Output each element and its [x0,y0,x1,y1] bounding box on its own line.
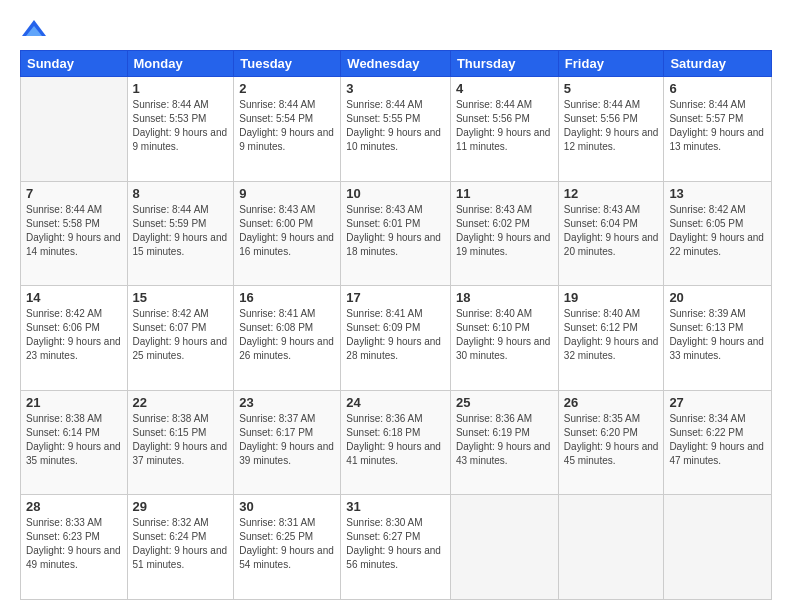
weekday-header-friday: Friday [558,51,664,77]
day-info: Sunrise: 8:34 AMSunset: 6:22 PMDaylight:… [669,413,764,466]
day-cell: 15Sunrise: 8:42 AMSunset: 6:07 PMDayligh… [127,286,234,391]
day-info: Sunrise: 8:44 AMSunset: 5:56 PMDaylight:… [456,99,551,152]
day-info: Sunrise: 8:33 AMSunset: 6:23 PMDaylight:… [26,517,121,570]
week-row-1: 7Sunrise: 8:44 AMSunset: 5:58 PMDaylight… [21,181,772,286]
day-cell: 31Sunrise: 8:30 AMSunset: 6:27 PMDayligh… [341,495,451,600]
day-cell: 10Sunrise: 8:43 AMSunset: 6:01 PMDayligh… [341,181,451,286]
day-cell: 30Sunrise: 8:31 AMSunset: 6:25 PMDayligh… [234,495,341,600]
day-number: 5 [564,81,659,96]
day-info: Sunrise: 8:43 AMSunset: 6:04 PMDaylight:… [564,204,659,257]
day-info: Sunrise: 8:44 AMSunset: 5:54 PMDaylight:… [239,99,334,152]
logo [20,16,52,44]
day-cell: 29Sunrise: 8:32 AMSunset: 6:24 PMDayligh… [127,495,234,600]
day-cell: 5Sunrise: 8:44 AMSunset: 5:56 PMDaylight… [558,77,664,182]
calendar-page: SundayMondayTuesdayWednesdayThursdayFrid… [0,0,792,612]
day-number: 8 [133,186,229,201]
day-cell: 20Sunrise: 8:39 AMSunset: 6:13 PMDayligh… [664,286,772,391]
day-cell: 23Sunrise: 8:37 AMSunset: 6:17 PMDayligh… [234,390,341,495]
day-cell: 7Sunrise: 8:44 AMSunset: 5:58 PMDaylight… [21,181,128,286]
day-number: 30 [239,499,335,514]
day-number: 3 [346,81,445,96]
week-row-2: 14Sunrise: 8:42 AMSunset: 6:06 PMDayligh… [21,286,772,391]
day-info: Sunrise: 8:31 AMSunset: 6:25 PMDaylight:… [239,517,334,570]
day-cell: 19Sunrise: 8:40 AMSunset: 6:12 PMDayligh… [558,286,664,391]
day-number: 9 [239,186,335,201]
day-number: 26 [564,395,659,410]
day-info: Sunrise: 8:43 AMSunset: 6:00 PMDaylight:… [239,204,334,257]
day-info: Sunrise: 8:44 AMSunset: 5:53 PMDaylight:… [133,99,228,152]
day-number: 16 [239,290,335,305]
calendar-table: SundayMondayTuesdayWednesdayThursdayFrid… [20,50,772,600]
day-number: 10 [346,186,445,201]
day-number: 24 [346,395,445,410]
day-number: 17 [346,290,445,305]
day-number: 27 [669,395,766,410]
day-number: 18 [456,290,553,305]
day-cell [21,77,128,182]
day-number: 14 [26,290,122,305]
day-info: Sunrise: 8:30 AMSunset: 6:27 PMDaylight:… [346,517,441,570]
day-number: 6 [669,81,766,96]
day-info: Sunrise: 8:44 AMSunset: 5:58 PMDaylight:… [26,204,121,257]
day-cell: 13Sunrise: 8:42 AMSunset: 6:05 PMDayligh… [664,181,772,286]
day-cell: 9Sunrise: 8:43 AMSunset: 6:00 PMDaylight… [234,181,341,286]
day-cell [664,495,772,600]
day-info: Sunrise: 8:35 AMSunset: 6:20 PMDaylight:… [564,413,659,466]
day-number: 22 [133,395,229,410]
weekday-header-monday: Monday [127,51,234,77]
day-info: Sunrise: 8:38 AMSunset: 6:15 PMDaylight:… [133,413,228,466]
day-cell: 12Sunrise: 8:43 AMSunset: 6:04 PMDayligh… [558,181,664,286]
day-number: 4 [456,81,553,96]
day-cell: 2Sunrise: 8:44 AMSunset: 5:54 PMDaylight… [234,77,341,182]
day-info: Sunrise: 8:42 AMSunset: 6:06 PMDaylight:… [26,308,121,361]
day-info: Sunrise: 8:32 AMSunset: 6:24 PMDaylight:… [133,517,228,570]
weekday-header-wednesday: Wednesday [341,51,451,77]
day-cell: 4Sunrise: 8:44 AMSunset: 5:56 PMDaylight… [450,77,558,182]
day-cell: 8Sunrise: 8:44 AMSunset: 5:59 PMDaylight… [127,181,234,286]
day-info: Sunrise: 8:44 AMSunset: 5:57 PMDaylight:… [669,99,764,152]
day-number: 28 [26,499,122,514]
day-info: Sunrise: 8:39 AMSunset: 6:13 PMDaylight:… [669,308,764,361]
day-cell: 28Sunrise: 8:33 AMSunset: 6:23 PMDayligh… [21,495,128,600]
day-cell: 17Sunrise: 8:41 AMSunset: 6:09 PMDayligh… [341,286,451,391]
day-number: 21 [26,395,122,410]
day-cell: 24Sunrise: 8:36 AMSunset: 6:18 PMDayligh… [341,390,451,495]
day-cell: 21Sunrise: 8:38 AMSunset: 6:14 PMDayligh… [21,390,128,495]
day-info: Sunrise: 8:40 AMSunset: 6:12 PMDaylight:… [564,308,659,361]
day-number: 19 [564,290,659,305]
day-info: Sunrise: 8:36 AMSunset: 6:19 PMDaylight:… [456,413,551,466]
day-info: Sunrise: 8:36 AMSunset: 6:18 PMDaylight:… [346,413,441,466]
day-number: 13 [669,186,766,201]
week-row-3: 21Sunrise: 8:38 AMSunset: 6:14 PMDayligh… [21,390,772,495]
day-cell: 16Sunrise: 8:41 AMSunset: 6:08 PMDayligh… [234,286,341,391]
day-info: Sunrise: 8:40 AMSunset: 6:10 PMDaylight:… [456,308,551,361]
day-cell: 11Sunrise: 8:43 AMSunset: 6:02 PMDayligh… [450,181,558,286]
weekday-header-tuesday: Tuesday [234,51,341,77]
day-number: 29 [133,499,229,514]
day-info: Sunrise: 8:37 AMSunset: 6:17 PMDaylight:… [239,413,334,466]
day-number: 20 [669,290,766,305]
day-cell: 22Sunrise: 8:38 AMSunset: 6:15 PMDayligh… [127,390,234,495]
day-info: Sunrise: 8:43 AMSunset: 6:01 PMDaylight:… [346,204,441,257]
day-info: Sunrise: 8:43 AMSunset: 6:02 PMDaylight:… [456,204,551,257]
weekday-header-row: SundayMondayTuesdayWednesdayThursdayFrid… [21,51,772,77]
day-number: 1 [133,81,229,96]
day-cell: 3Sunrise: 8:44 AMSunset: 5:55 PMDaylight… [341,77,451,182]
day-number: 15 [133,290,229,305]
day-cell [558,495,664,600]
header [20,16,772,44]
day-info: Sunrise: 8:44 AMSunset: 5:56 PMDaylight:… [564,99,659,152]
weekday-header-thursday: Thursday [450,51,558,77]
day-cell [450,495,558,600]
day-cell: 18Sunrise: 8:40 AMSunset: 6:10 PMDayligh… [450,286,558,391]
day-info: Sunrise: 8:44 AMSunset: 5:59 PMDaylight:… [133,204,228,257]
logo-icon [20,16,48,44]
day-info: Sunrise: 8:38 AMSunset: 6:14 PMDaylight:… [26,413,121,466]
day-number: 31 [346,499,445,514]
day-number: 25 [456,395,553,410]
day-info: Sunrise: 8:42 AMSunset: 6:05 PMDaylight:… [669,204,764,257]
day-number: 2 [239,81,335,96]
week-row-0: 1Sunrise: 8:44 AMSunset: 5:53 PMDaylight… [21,77,772,182]
day-info: Sunrise: 8:44 AMSunset: 5:55 PMDaylight:… [346,99,441,152]
day-cell: 1Sunrise: 8:44 AMSunset: 5:53 PMDaylight… [127,77,234,182]
